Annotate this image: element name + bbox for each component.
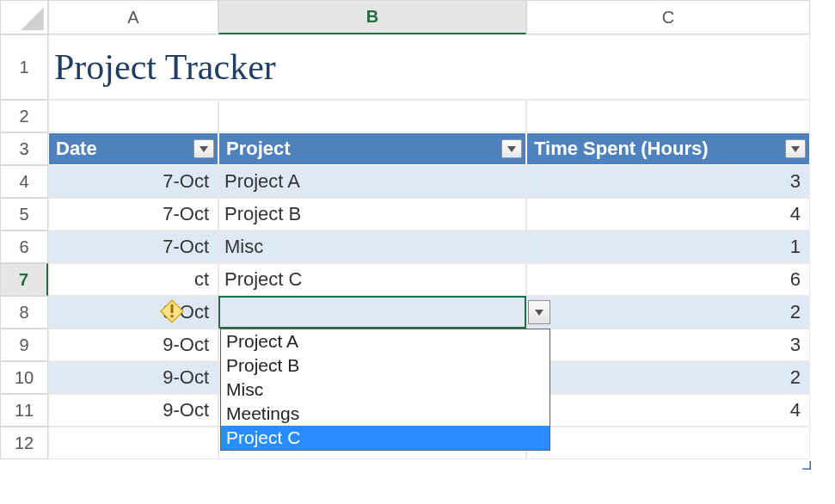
cell-value: 9-Oct: [163, 399, 209, 421]
cell-B2[interactable]: [218, 100, 526, 132]
cell-value: 3: [790, 334, 801, 356]
cell-date[interactable]: 7-Oct: [48, 198, 218, 230]
cell-time[interactable]: 2: [526, 296, 810, 329]
row-header-1[interactable]: 1: [0, 34, 48, 100]
cell-date[interactable]: 9-Oct: [48, 394, 218, 427]
table-corner-handle[interactable]: [802, 452, 811, 461]
cell-value: 7-Oct: [163, 236, 209, 258]
cell-project[interactable]: Project B: [218, 198, 526, 230]
cell-value: 7-Oct: [163, 170, 209, 193]
cell-value: 3: [790, 170, 801, 193]
svg-marker-3: [791, 146, 800, 152]
cell-value: Project C: [224, 268, 302, 291]
filter-button-time[interactable]: [785, 139, 806, 158]
cell-C12[interactable]: [526, 427, 810, 459]
svg-marker-2: [507, 146, 516, 152]
cell-value: 1: [790, 236, 801, 258]
dropdown-option-selected[interactable]: Project C: [221, 426, 550, 450]
cell-date[interactable]: 8-Oct: [48, 296, 218, 329]
cell-A2[interactable]: [48, 100, 218, 132]
cell-C2[interactable]: [526, 100, 810, 132]
cell-value: 2: [790, 301, 801, 323]
row-header-6[interactable]: 6: [0, 230, 48, 263]
row-header-12[interactable]: 12: [0, 427, 48, 459]
row-header-label: 9: [19, 335, 28, 355]
row-header-4[interactable]: 4: [0, 165, 48, 198]
row-header-label: 3: [19, 139, 28, 159]
col-header-C[interactable]: C: [526, 0, 810, 34]
cell-time[interactable]: 1: [526, 230, 810, 263]
cell-value: Project A: [224, 170, 300, 193]
svg-rect-5: [171, 304, 174, 313]
col-header-label: B: [366, 7, 378, 27]
cell-time[interactable]: 4: [526, 198, 810, 230]
col-header-label: A: [127, 8, 138, 28]
dropdown-option[interactable]: Misc: [221, 378, 550, 402]
table-header-label: Date: [56, 138, 97, 160]
cell-time[interactable]: 3: [526, 165, 810, 198]
row-header-5[interactable]: 5: [0, 198, 48, 230]
cell-date[interactable]: 7-Oct: [48, 165, 218, 198]
dropdown-option[interactable]: Project A: [221, 329, 550, 353]
row-header-10[interactable]: 10: [0, 361, 48, 394]
col-header-A[interactable]: A: [48, 0, 218, 34]
svg-rect-6: [171, 315, 174, 317]
row-header-11[interactable]: 11: [0, 394, 48, 427]
row-header-9[interactable]: 9: [0, 329, 48, 361]
title-text: Project Tracker: [54, 46, 276, 88]
data-validation-dropdown-button[interactable]: [528, 300, 550, 324]
cell-A12[interactable]: [48, 427, 218, 459]
cell-value: 9-Oct: [163, 366, 209, 389]
row-header-label: 4: [19, 172, 28, 192]
table-header-label: Project: [226, 138, 291, 160]
cell-value: 4: [790, 399, 801, 421]
cell-time[interactable]: 3: [526, 329, 810, 361]
dropdown-option[interactable]: Meetings: [221, 402, 550, 426]
page-title[interactable]: Project Tracker: [48, 34, 810, 100]
svg-marker-1: [200, 146, 208, 152]
cell-time[interactable]: 6: [526, 263, 810, 296]
dropdown-option-label: Project B: [226, 355, 299, 375]
error-indicator-icon[interactable]: [160, 299, 184, 323]
cell-project[interactable]: Project A: [218, 165, 526, 198]
row-header-7[interactable]: 7: [0, 263, 48, 296]
cell-date[interactable]: 9-Oct: [48, 361, 218, 394]
table-header-label: Time Spent (Hours): [534, 138, 709, 160]
cell-project[interactable]: [218, 296, 526, 329]
col-header-B[interactable]: B: [218, 0, 526, 34]
table-header-date[interactable]: Date: [48, 132, 218, 165]
cell-date[interactable]: 7-Oct: [48, 230, 218, 263]
row-header-label: 5: [19, 205, 28, 224]
dropdown-option-label: Misc: [226, 379, 263, 399]
cell-date[interactable]: ct: [48, 263, 218, 296]
table-header-time[interactable]: Time Spent (Hours): [526, 132, 810, 165]
cell-value: Misc: [224, 236, 263, 258]
dropdown-option-label: Project A: [226, 331, 298, 351]
cell-value: 2: [790, 366, 801, 389]
row-header-2[interactable]: 2: [0, 100, 48, 132]
cell-date[interactable]: 9-Oct: [48, 329, 218, 361]
dropdown-option-label: Meetings: [226, 403, 299, 423]
col-header-label: C: [662, 8, 674, 28]
table-header-project[interactable]: Project: [218, 132, 526, 165]
row-header-label: 10: [15, 368, 34, 388]
row-header-3[interactable]: 3: [0, 132, 48, 165]
dropdown-option[interactable]: Project B: [221, 353, 550, 378]
row-header-label: 12: [15, 433, 34, 453]
row-header-label: 7: [19, 270, 28, 290]
row-header-label: 11: [15, 401, 34, 421]
cell-project-active[interactable]: Project C: [218, 263, 526, 296]
dropdown-option-label: Project C: [226, 427, 300, 447]
filter-button-project[interactable]: [501, 139, 522, 158]
cell-value: 9-Oct: [163, 334, 209, 356]
row-header-8[interactable]: 8: [0, 296, 48, 329]
filter-button-date[interactable]: [193, 139, 214, 158]
cell-time[interactable]: 4: [526, 394, 810, 427]
cell-project[interactable]: Misc: [218, 230, 526, 263]
row-header-label: 2: [19, 107, 28, 126]
cell-value: ct: [194, 268, 209, 291]
row-header-label: 8: [19, 303, 28, 323]
data-validation-dropdown-list[interactable]: Project A Project B Misc Meetings Projec…: [220, 329, 550, 451]
cell-time[interactable]: 2: [526, 361, 810, 394]
select-all-corner[interactable]: [0, 0, 48, 34]
